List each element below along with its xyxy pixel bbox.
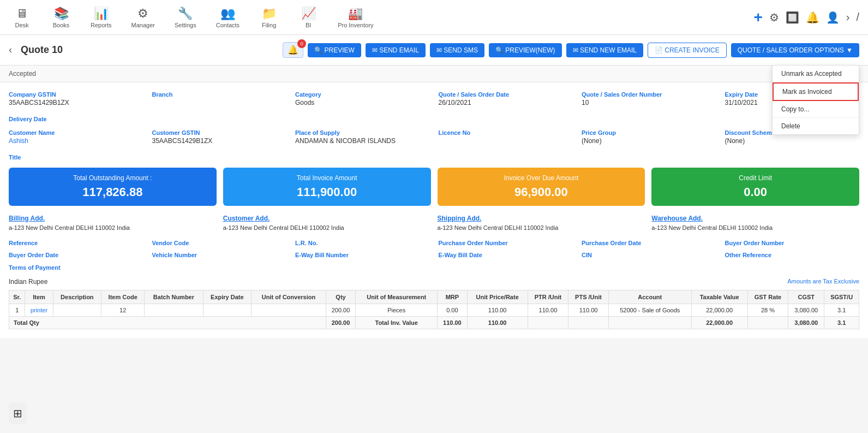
extra-fields-row2: Buyer Order Date Vehicle Number E-Way Bi… bbox=[9, 252, 859, 259]
copy-to-option[interactable]: Copy to... bbox=[773, 101, 859, 118]
nav-contacts-label: Contacts bbox=[216, 22, 240, 28]
table-row: 1 printer 12 200.00 Pieces 0.00 110.00 1… bbox=[9, 304, 859, 317]
total-outstanding-card: Total Outstanding Amount : 117,826.88 bbox=[9, 168, 217, 206]
nav-desk[interactable]: 🖥 Desk bbox=[9, 2, 35, 33]
col-item: Item bbox=[25, 290, 53, 304]
table-header: Sr. Item Description Item Code Batch Num… bbox=[9, 290, 859, 304]
category-field: Category Goods bbox=[295, 91, 430, 106]
unmark-accepted-option[interactable]: Unmark as Accepted bbox=[773, 66, 859, 82]
customer-address-block: Customer Add. a-123 New Delhi Central DE… bbox=[223, 215, 431, 231]
quote-options-menu: Unmark as Accepted Mark as Invoiced Copy… bbox=[772, 65, 859, 135]
quote-date-value: 26/10/2021 bbox=[439, 99, 573, 106]
manager-icon: ⚙ bbox=[137, 7, 148, 21]
invoice-overdue-card: Invoice Over Due Amount 96,900.00 bbox=[438, 168, 645, 206]
table-currency: Indian Rupee bbox=[9, 278, 47, 286]
warehouse-add-link[interactable]: Warehouse Add. bbox=[651, 215, 859, 222]
col-sr: Sr. bbox=[9, 290, 25, 304]
row-pts-unit: 110.00 bbox=[568, 304, 609, 317]
col-qty: Qty bbox=[326, 290, 355, 304]
switch-icon[interactable]: 🔲 bbox=[786, 11, 799, 24]
add-button[interactable]: + bbox=[753, 9, 762, 26]
notify-badge: 0 bbox=[297, 39, 306, 48]
row-sgst: 3.1 bbox=[824, 304, 859, 317]
back-button[interactable]: ‹ bbox=[9, 44, 12, 56]
delete-option[interactable]: Delete bbox=[773, 118, 859, 134]
nav-bi-label: BI bbox=[306, 22, 311, 28]
total-placeholder1 bbox=[528, 317, 568, 329]
total-outstanding-title: Total Outstanding Amount : bbox=[17, 174, 208, 182]
customer-gstin-field: Customer GSTIN 35AABCS1429B1ZX bbox=[152, 129, 287, 145]
buyer-order-number-field: Buyer Order Number bbox=[725, 240, 860, 247]
books-icon: 📚 bbox=[54, 7, 69, 21]
nav-manager[interactable]: ⚙ Manager bbox=[128, 2, 158, 33]
total-outstanding-value: 117,826.88 bbox=[17, 185, 208, 199]
billing-add-link[interactable]: Billing Add. bbox=[9, 215, 217, 222]
purchase-order-number-field: Purchase Order Number bbox=[439, 240, 573, 247]
cin-field: CIN bbox=[582, 252, 716, 259]
quote-date-label: Quote / Sales Order Date bbox=[439, 91, 573, 98]
customer-add-link[interactable]: Customer Add. bbox=[223, 215, 431, 222]
mark-invoiced-option[interactable]: Mark as Invoiced bbox=[773, 82, 859, 101]
quote-number-value: 10 bbox=[582, 99, 716, 106]
send-email-button[interactable]: ✉ SEND EMAIL bbox=[366, 43, 426, 57]
nav-pro-inventory[interactable]: 🏭 Pro Inventory bbox=[334, 2, 376, 33]
status-text: Accepted bbox=[9, 70, 36, 78]
customer-gstin-label: Customer GSTIN bbox=[152, 129, 287, 136]
credit-limit-value: 0.00 bbox=[660, 185, 851, 199]
create-invoice-button[interactable]: 📄 CREATE INVOICE bbox=[648, 43, 727, 58]
nav-reports[interactable]: 📊 Reports bbox=[87, 2, 115, 33]
notify-button[interactable]: 🔔 0 bbox=[283, 42, 303, 58]
invoice-overdue-value: 96,900.00 bbox=[446, 185, 637, 199]
terms-of-payment-label: Terms of Payment bbox=[9, 264, 61, 271]
row-qty: 200.00 bbox=[326, 304, 355, 317]
col-account: Account bbox=[608, 290, 691, 304]
nav-books-label: Books bbox=[53, 22, 70, 28]
preview-button[interactable]: 🔍 PREVIEW bbox=[308, 43, 361, 57]
eway-bill-number-label: E-Way Bill Number bbox=[295, 252, 430, 258]
nav-bi[interactable]: 📈 BI bbox=[295, 2, 321, 33]
terms-row: Terms of Payment bbox=[9, 264, 859, 271]
billing-add-text: a-123 New Delhi Central DELHI 110002 Ind… bbox=[9, 224, 217, 231]
buyer-order-number-label: Buyer Order Number bbox=[725, 240, 860, 246]
vendor-code-label: Vendor Code bbox=[152, 240, 287, 246]
row-gst-rate: 28 % bbox=[747, 304, 788, 317]
row-ptr-unit: 110.00 bbox=[528, 304, 568, 317]
send-new-email-button[interactable]: ✉ SEND NEW EMAIL bbox=[566, 43, 643, 57]
warehouse-add-text: a-123 New Delhi Central DELHI 110002 Ind… bbox=[651, 224, 859, 231]
lr-no-field: L.R. No. bbox=[295, 240, 430, 247]
address-section: Billing Add. a-123 New Delhi Central DEL… bbox=[9, 215, 859, 231]
settings-icon: 🔧 bbox=[178, 7, 193, 21]
row-account: 52000 - Sale of Goods bbox=[608, 304, 691, 317]
total-invoice-title: Total Invoice Amount bbox=[232, 174, 422, 182]
shipping-add-link[interactable]: Shipping Add. bbox=[438, 215, 645, 222]
user-avatar[interactable]: 👤 bbox=[826, 11, 840, 24]
quote-options-dropdown[interactable]: QUOTE / SALES ORDER OPTIONS ▼ Unmark as … bbox=[731, 43, 859, 57]
total-placeholder4 bbox=[747, 317, 788, 329]
quote-options-button[interactable]: QUOTE / SALES ORDER OPTIONS ▼ bbox=[731, 43, 859, 57]
table-section: Indian Rupee Amounts are Tax Exclusive S… bbox=[9, 278, 859, 329]
settings-gear-icon[interactable]: ⚙ bbox=[769, 11, 779, 24]
eway-bill-date-label: E-Way Bill Date bbox=[439, 252, 573, 258]
nav-settings[interactable]: 🔧 Settings bbox=[171, 2, 200, 33]
row-item[interactable]: printer bbox=[25, 304, 53, 317]
company-gstin-label: Company GSTIN bbox=[9, 91, 143, 98]
row-batch-number bbox=[145, 304, 203, 317]
top-navigation: 🖥 Desk 📚 Books 📊 Reports ⚙ Manager 🔧 Set… bbox=[0, 0, 868, 35]
customer-name-label: Customer Name bbox=[9, 129, 143, 136]
send-sms-button[interactable]: ✉ SEND SMS bbox=[430, 43, 484, 57]
total-label: Total Qty bbox=[9, 317, 326, 329]
credit-limit-card: Credit Limit 0.00 bbox=[651, 168, 859, 206]
discount-scheme-value: (None) bbox=[725, 137, 860, 145]
nav-contacts[interactable]: 👥 Contacts bbox=[213, 2, 243, 33]
row-taxable-value: 22,000.00 bbox=[691, 304, 747, 317]
row-expiry-date bbox=[203, 304, 252, 317]
notification-icon[interactable]: 🔔 bbox=[806, 11, 819, 24]
nav-pro-inventory-label: Pro Inventory bbox=[338, 22, 373, 28]
summary-cards: Total Outstanding Amount : 117,826.88 To… bbox=[9, 168, 859, 206]
main-content: Company GSTIN 35AABCS1429B1ZX Branch Cat… bbox=[0, 82, 868, 338]
total-cgst: 3,080.00 bbox=[788, 317, 824, 329]
vehicle-number-field: Vehicle Number bbox=[152, 252, 287, 259]
nav-books[interactable]: 📚 Books bbox=[48, 2, 74, 33]
preview-new-button[interactable]: 🔍 PREVIEW(NEW) bbox=[489, 43, 562, 57]
nav-filing[interactable]: 📁 Filing bbox=[256, 2, 282, 33]
